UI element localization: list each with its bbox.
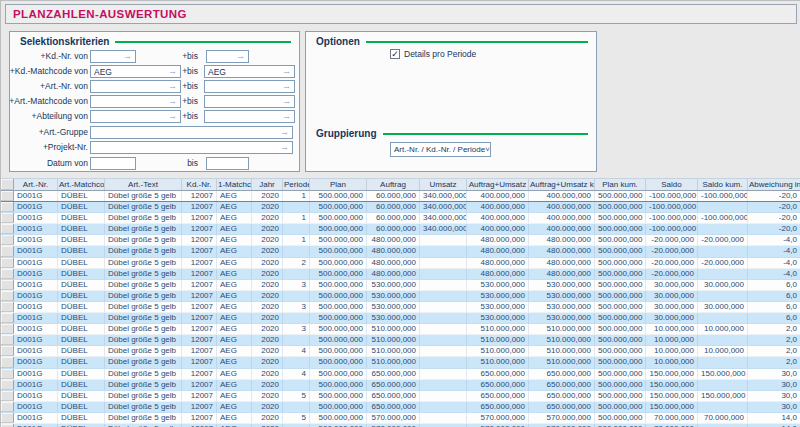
table-cell: -4,0	[748, 258, 800, 268]
table-cell: 2020	[252, 213, 283, 223]
table-row[interactable]: D001GDÜBELDübel größe 5 gelb12007AEG2020…	[1, 224, 800, 235]
row-selector[interactable]	[1, 302, 14, 312]
table-row[interactable]: D001GDÜBELDübel größe 5 gelb12007AEG2020…	[1, 402, 800, 413]
field-abteilung-from-input[interactable]: →	[90, 110, 181, 123]
table-row[interactable]: D001GDÜBELDübel größe 5 gelb12007AEG2020…	[1, 191, 800, 202]
lookup-arrow-icon[interactable]: →	[280, 127, 289, 138]
table-cell: 2020	[252, 335, 283, 345]
row-selector[interactable]	[1, 413, 14, 423]
row-selector[interactable]	[1, 269, 14, 279]
field-art-gruppe-from-input[interactable]: →	[90, 126, 293, 139]
column-header-saldo-kum[interactable]: Saldo kum.	[698, 179, 748, 190]
table-cell	[283, 335, 310, 345]
row-selector[interactable]	[1, 235, 14, 245]
table-cell: 510.000,000	[529, 324, 595, 334]
table-cell: AEG	[217, 258, 252, 268]
field-kd-matchcode-to-input[interactable]: AEG→	[204, 65, 295, 78]
table-cell: -20.000,000	[698, 235, 748, 245]
table-cell: AEG	[217, 335, 252, 345]
row-selector[interactable]	[1, 391, 14, 401]
table-row[interactable]: D001GDÜBELDübel größe 5 gelb12007AEG2020…	[1, 258, 800, 269]
table-cell: DÜBEL	[58, 369, 105, 379]
row-selector[interactable]	[1, 369, 14, 379]
table-cell: 400.000,000	[529, 224, 595, 234]
table-row[interactable]: D001GDÜBELDübel größe 5 gelb12007AEG2020…	[1, 269, 800, 280]
field-kd-matchcode-from-input[interactable]: AEG→	[90, 65, 181, 78]
table-row[interactable]: D001GDÜBELDübel größe 5 gelb12007AEG2020…	[1, 413, 800, 424]
details-pro-periode-checkbox[interactable]: ✓	[390, 49, 400, 59]
row-selector[interactable]	[1, 346, 14, 356]
row-selector[interactable]	[1, 402, 14, 412]
column-header-periode[interactable]: Periode	[283, 179, 310, 190]
table-cell: AEG	[217, 224, 252, 234]
table-row[interactable]: D001GDÜBELDübel größe 5 gelb12007AEG2020…	[1, 313, 800, 324]
table-row[interactable]: D001GDÜBELDübel größe 5 gelb12007AEG2020…	[1, 235, 800, 246]
column-header-kd-nr[interactable]: Kd.-Nr.	[182, 179, 217, 190]
row-selector[interactable]	[1, 291, 14, 301]
table-cell: DÜBEL	[58, 213, 105, 223]
field-kd-nr-from-input[interactable]: →	[90, 50, 136, 63]
table-row[interactable]: D001GDÜBELDübel größe 5 gelb12007AEG2020…	[1, 324, 800, 335]
lookup-arrow-icon[interactable]: →	[282, 111, 291, 122]
table-row[interactable]: D001GDÜBELDübel größe 5 gelb12007AEG2020…	[1, 302, 800, 313]
table-cell: 2,0	[748, 346, 800, 356]
lookup-arrow-icon[interactable]: →	[123, 51, 132, 62]
table-row[interactable]: D001GDÜBELDübel größe 5 gelb12007AEG2020…	[1, 346, 800, 357]
row-selector[interactable]	[1, 324, 14, 334]
column-header-auftrag[interactable]: Auftrag	[367, 179, 420, 190]
table-row[interactable]: D001GDÜBELDübel größe 5 gelb12007AEG2020…	[1, 369, 800, 380]
field-kd-nr-to-input[interactable]: →	[206, 50, 249, 63]
table-row[interactable]: D001GDÜBELDübel größe 5 gelb12007AEG2020…	[1, 391, 800, 402]
field-art-nr-to-input[interactable]: →	[204, 80, 295, 93]
table-cell: 650.000,000	[529, 402, 595, 412]
table-row[interactable]: D001GDÜBELDübel größe 5 gelb12007AEG2020…	[1, 202, 800, 213]
field-datum-to-input[interactable]	[206, 157, 249, 170]
row-selector[interactable]	[1, 224, 14, 234]
field-datum-from-input[interactable]	[90, 157, 136, 170]
row-selector[interactable]	[1, 313, 14, 323]
field-abteilung-to-input[interactable]: →	[204, 110, 295, 123]
field-projekt-nr-from-input[interactable]: →	[90, 141, 293, 154]
gruppierung-select[interactable]: Art.-Nr. / Kd.-Nr. / Periode ˅	[390, 142, 491, 157]
row-selector[interactable]	[1, 246, 14, 256]
field-art-nr-from-input[interactable]: →	[90, 80, 181, 93]
row-selector[interactable]	[1, 202, 14, 212]
lookup-arrow-icon[interactable]: →	[282, 81, 291, 92]
table-row[interactable]: D001GDÜBELDübel größe 5 gelb12007AEG2020…	[1, 291, 800, 302]
column-header-jahr[interactable]: Jahr	[252, 179, 283, 190]
column-header-abweichung-in[interactable]: Abweichung in %	[748, 179, 800, 190]
lookup-arrow-icon[interactable]: →	[282, 96, 291, 107]
row-selector[interactable]	[1, 258, 14, 268]
field-art-matchcode-to-input[interactable]: →	[204, 95, 295, 108]
column-header-1-matchcoc[interactable]: 1-Matchcoc	[217, 179, 252, 190]
row-selector[interactable]	[1, 380, 14, 390]
table-cell: 500.000,000	[595, 191, 646, 201]
column-header-art-matchcode[interactable]: Art.-Matchcode	[58, 179, 105, 190]
table-row[interactable]: D001GDÜBELDübel größe 5 gelb12007AEG2020…	[1, 380, 800, 391]
row-selector[interactable]	[1, 335, 14, 345]
lookup-arrow-icon[interactable]: →	[282, 66, 291, 77]
lookup-arrow-icon[interactable]: →	[236, 51, 245, 62]
column-header-saldo[interactable]: Saldo	[646, 179, 698, 190]
column-header-art-text[interactable]: Art.-Text	[105, 179, 182, 190]
table-row[interactable]: D001GDÜBELDübel größe 5 gelb12007AEG2020…	[1, 280, 800, 291]
table-row[interactable]: D001GDÜBELDübel größe 5 gelb12007AEG2020…	[1, 357, 800, 368]
column-header-plan-kum[interactable]: Plan kum.	[595, 179, 646, 190]
field-art-matchcode-from-input[interactable]: →	[90, 95, 181, 108]
lookup-arrow-icon[interactable]: →	[280, 142, 289, 153]
column-header-plan[interactable]: Plan	[310, 179, 367, 190]
column-header-art-nr[interactable]: Art.-Nr.	[14, 179, 58, 190]
column-header-umsatz[interactable]: Umsatz	[420, 179, 467, 190]
table-cell: D001G	[14, 402, 58, 412]
row-selector[interactable]	[1, 191, 14, 201]
table-row[interactable]: D001GDÜBELDübel größe 5 gelb12007AEG2020…	[1, 246, 800, 257]
table-row[interactable]: D001GDÜBELDübel größe 5 gelb12007AEG2020…	[1, 335, 800, 346]
row-selector[interactable]	[1, 280, 14, 290]
field-projekt-nr-label: +Projekt-Nr.	[8, 141, 88, 154]
column-header-auftrag-umsatz[interactable]: Auftrag+Umsatz	[467, 179, 529, 190]
row-selector[interactable]	[1, 357, 14, 367]
row-selector[interactable]	[1, 213, 14, 223]
table-cell: DÜBEL	[58, 391, 105, 401]
table-row[interactable]: D001GDÜBELDübel größe 5 gelb12007AEG2020…	[1, 213, 800, 224]
column-header-auftrag-umsatz-kum[interactable]: Auftrag+Umsatz kum.	[529, 179, 595, 190]
